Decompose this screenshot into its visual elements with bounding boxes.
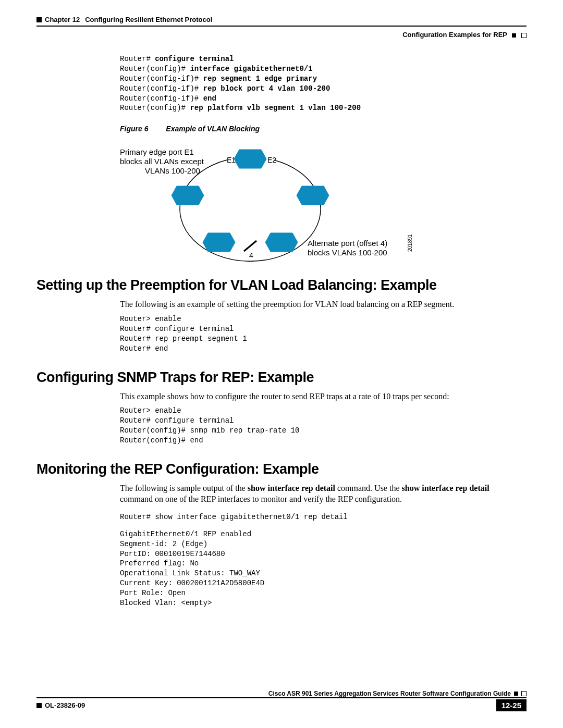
heading-preemption: Setting up the Preemption for VLAN Load … [36,277,521,293]
figure-note-right-1: Alternate port (offset 4) [308,239,387,248]
svg-line-0 [244,241,256,251]
figure-id: 201891 [407,235,413,252]
figure-caption: Figure 6 Example of VLAN Blocking [120,125,521,133]
port-number-4: 4 [249,251,253,260]
figure-vlan-blocking: E1 E2 4 Primary edge port E1 blocks all … [120,139,521,262]
footer-square-outline-icon [521,691,527,696]
network-diagram: E1 E2 4 Primary edge port E1 blocks all … [120,139,443,262]
running-header-left: Chapter 12 Configuring Resilient Etherne… [36,16,527,23]
para-monitoring: The following is sample output of the sh… [120,483,521,505]
para-preemption: The following is an example of setting t… [120,299,521,310]
page-footer: Cisco ASR 901 Series Aggregation Service… [36,690,527,711]
heading-snmp-traps: Configuring SNMP Traps for REP: Example [36,369,521,386]
figure-note-right-2: blocks VLANs 100-200 [308,248,387,257]
port-label-e1: E1 [227,156,236,164]
code-block-show-command: Router# show interface gigabitethernet0/… [120,512,521,522]
chapter-title: Configuring Resilient Ethernet Protocol [85,16,212,23]
header-square-icon [36,17,42,22]
page: Chapter 12 Configuring Resilient Etherne… [0,0,563,728]
header-square-icon [512,33,516,38]
port-label-e2: E2 [267,156,276,164]
header-rule [36,26,527,27]
footer-square-icon [514,692,518,696]
figure-note-left-2: blocks all VLANs except [120,157,204,166]
footer-book-title: Cisco ASR 901 Series Aggregation Service… [36,690,511,697]
footer-doc-id: OL-23826-09 [45,701,85,709]
footer-rule [36,697,527,698]
code-block-preemption: Router> enable Router# configure termina… [120,314,521,354]
inline-command: show interface rep detail [402,484,489,492]
chapter-number: Chapter 12 [45,16,80,23]
main-content: Router# configure terminal Router(config… [120,54,521,608]
figure-title: Example of VLAN Blocking [166,125,260,133]
header-square-outline-icon [521,33,527,38]
figure-number: Figure 6 [120,125,148,133]
footer-square-icon [36,703,42,708]
page-number: 12-25 [496,699,527,711]
para-snmp-traps: This example shows how to configure the … [120,391,521,402]
running-header-right: Configuration Examples for REP [36,31,527,39]
section-name-right: Configuration Examples for REP [402,31,507,39]
code-block-vlan-blocking: Router# configure terminal Router(config… [120,54,521,113]
inline-command: show interface rep detail [248,484,335,492]
figure-note-left-3: VLANs 100-200 [145,166,200,175]
code-block-snmp-traps: Router> enable Router# configure termina… [120,406,521,446]
heading-monitoring: Monitoring the REP Configuration: Exampl… [36,461,521,477]
figure-note-left-1: Primary edge port E1 [120,147,194,156]
code-output-rep-detail: GigabitEthernet0/1 REP enabled Segment-i… [120,529,521,608]
